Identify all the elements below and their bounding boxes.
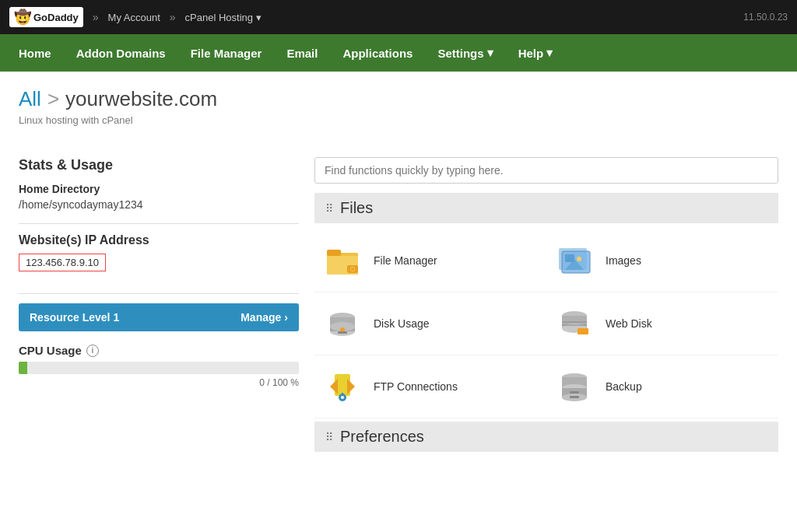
nav-bar: Home Addon Domains File Manager Email Ap… — [0, 34, 797, 72]
svg-rect-37 — [570, 396, 579, 398]
resource-level-bar[interactable]: Resource Level 1 Manage › — [19, 303, 299, 331]
right-panel: ⠿ Files File Manager — [314, 157, 778, 458]
ftp-item[interactable]: FTP Connections — [314, 355, 546, 418]
ip-label: Website(s) IP Address — [19, 233, 299, 247]
web-disk-label: Web Disk — [606, 317, 652, 330]
settings-dropdown-icon: ▾ — [487, 46, 493, 60]
dropdown-arrow-icon: ▾ — [256, 12, 262, 23]
left-panel: Stats & Usage Home Directory /home/synco… — [19, 157, 314, 458]
godaddy-logo[interactable]: 🤠 GoDaddy — [9, 7, 83, 27]
nav-settings[interactable]: Settings ▾ — [425, 34, 505, 72]
cpu-label: CPU Usage i — [19, 344, 299, 357]
breadcrumb-current: yourwebsite.com — [65, 87, 217, 111]
preferences-section-header: ⠿ Preferences — [314, 422, 778, 452]
logo-hat-icon: 🤠 — [14, 9, 31, 26]
logo-text: GoDaddy — [33, 12, 79, 23]
disk-usage-item[interactable]: Disk Usage — [314, 292, 546, 355]
file-manager-label: File Manager — [374, 254, 437, 267]
cpu-info-icon[interactable]: i — [86, 345, 99, 357]
cpanel-hosting-dropdown[interactable]: cPanel Hosting ▾ — [185, 12, 262, 23]
breadcrumb-separator: > — [47, 87, 59, 111]
nav-file-manager[interactable]: File Manager — [178, 34, 275, 72]
svg-marker-26 — [330, 379, 338, 394]
backup-item[interactable]: Backup — [546, 355, 778, 418]
nav-applications[interactable]: Applications — [330, 34, 425, 72]
svg-rect-36 — [570, 391, 579, 394]
images-icon — [554, 240, 595, 281]
breadcrumb-all-link[interactable]: All — [19, 87, 41, 111]
cpu-bar-fill — [19, 362, 27, 374]
preferences-grid-icon: ⠿ — [325, 431, 332, 443]
nav-email[interactable]: Email — [274, 34, 330, 72]
my-account-link[interactable]: My Account — [108, 12, 160, 23]
images-label: Images — [606, 254, 641, 267]
files-grid: File Manager Images — [314, 229, 778, 418]
nav-home[interactable]: Home — [6, 34, 64, 72]
breadcrumb: All > yourwebsite.com — [19, 87, 778, 111]
manage-arrow-icon: › — [284, 311, 288, 324]
files-section-label: Files — [340, 199, 373, 217]
arrow-icon-1: » — [93, 11, 99, 23]
stats-title: Stats & Usage — [19, 157, 299, 173]
backup-icon — [554, 366, 595, 407]
cpu-bar-value: 0 / 100 % — [19, 377, 299, 388]
home-dir-value: /home/syncodaymay1234 — [19, 198, 299, 211]
ftp-label: FTP Connections — [374, 380, 458, 393]
ftp-icon — [322, 366, 363, 407]
web-disk-icon — [554, 303, 595, 344]
svg-rect-5 — [351, 268, 354, 271]
backup-label: Backup — [606, 380, 642, 393]
svg-point-29 — [341, 396, 344, 399]
help-dropdown-icon: ▾ — [546, 46, 553, 60]
svg-rect-22 — [578, 328, 588, 334]
resource-level-label: Resource Level 1 — [30, 311, 119, 324]
web-disk-item[interactable]: Web Disk — [546, 292, 778, 355]
arrow-icon-2: » — [170, 11, 176, 23]
file-manager-item[interactable]: File Manager — [314, 229, 546, 292]
nav-addon-domains[interactable]: Addon Domains — [64, 34, 178, 72]
svg-rect-1 — [327, 250, 341, 256]
search-input[interactable] — [314, 157, 778, 184]
file-manager-icon — [322, 240, 363, 281]
preferences-section-label: Preferences — [340, 428, 424, 446]
disk-usage-icon — [322, 303, 363, 344]
svg-rect-18 — [338, 331, 347, 334]
top-bar: 🤠 GoDaddy » My Account » cPanel Hosting … — [0, 0, 797, 34]
cpu-bar-container — [19, 362, 299, 374]
svg-marker-27 — [347, 379, 355, 394]
svg-point-11 — [577, 257, 581, 261]
version-text: 11.50.0.23 — [743, 12, 788, 23]
page-subtitle: Linux hosting with cPanel — [19, 114, 778, 126]
divider-1 — [19, 223, 299, 224]
nav-help[interactable]: Help ▾ — [506, 34, 566, 72]
ip-value[interactable]: 123.456.78.9.10 — [19, 254, 106, 271]
images-item[interactable]: Images — [546, 229, 778, 292]
home-dir-label: Home Directory — [19, 183, 299, 195]
page-header: All > yourwebsite.com Linux hosting with… — [0, 72, 797, 126]
files-section-header: ⠿ Files — [314, 193, 778, 223]
main-content: Stats & Usage Home Directory /home/synco… — [0, 142, 797, 474]
divider-2 — [19, 293, 299, 294]
resource-manage-button[interactable]: Manage › — [241, 311, 288, 324]
files-grid-icon: ⠿ — [325, 202, 332, 215]
disk-usage-label: Disk Usage — [374, 317, 430, 330]
